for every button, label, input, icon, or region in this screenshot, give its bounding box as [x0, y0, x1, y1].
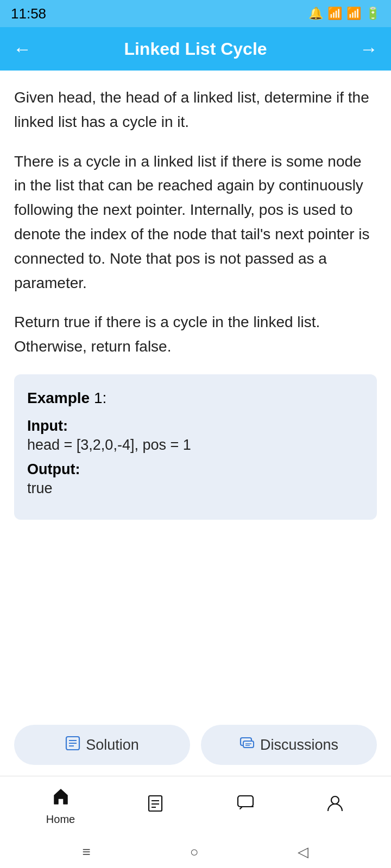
input-label: Input:: [27, 418, 364, 435]
paragraph-2: There is a cycle in a linked list if the…: [14, 150, 377, 296]
input-value: head = [3,2,0,-4], pos = 1: [27, 437, 364, 454]
profile-icon: [325, 794, 345, 818]
problem-description: Given head, the head of a linked list, d…: [14, 86, 377, 359]
svg-rect-5: [243, 741, 254, 748]
nav-item-notes[interactable]: [146, 794, 165, 818]
discussions-icon: [239, 736, 255, 755]
discussions-label: Discussions: [260, 737, 338, 754]
battery-icon: 🔋: [365, 7, 380, 21]
notification-icon: 🔔: [308, 7, 323, 21]
status-icons: 🔔 📶 📶 🔋: [308, 7, 380, 21]
example-bold: Example: [27, 390, 90, 406]
nav-item-home[interactable]: Home: [46, 787, 75, 826]
signal-icon: 📶: [346, 7, 361, 21]
discussions-button[interactable]: Discussions: [201, 725, 377, 765]
example-box: Example 1: Input: head = [3,2,0,-4], pos…: [14, 374, 377, 520]
wifi-icon: 📶: [327, 7, 342, 21]
home-label: Home: [46, 813, 75, 826]
chat-icon: [236, 794, 255, 818]
main-content: Given head, the head of a linked list, d…: [0, 71, 391, 725]
svg-point-13: [331, 796, 339, 804]
solution-button[interactable]: Solution: [14, 725, 190, 765]
menu-button[interactable]: ≡: [83, 844, 91, 860]
output-label: Output:: [27, 461, 364, 478]
nav-item-discussions[interactable]: [236, 794, 255, 818]
example-title: Example 1:: [27, 390, 364, 407]
example-number: 1:: [90, 390, 106, 406]
back-button-sys[interactable]: ◁: [298, 844, 308, 860]
nav-bar: ← Linked List Cycle →: [0, 27, 391, 71]
notes-icon: [146, 794, 165, 818]
nav-item-profile[interactable]: [325, 794, 345, 818]
back-button[interactable]: ←: [13, 39, 31, 60]
solution-icon: [65, 736, 80, 755]
bottom-nav: Home: [0, 776, 391, 835]
export-button[interactable]: →: [360, 39, 378, 60]
svg-rect-12: [238, 796, 253, 807]
status-time: 11:58: [11, 5, 46, 22]
action-buttons: Solution Discussions: [0, 725, 391, 776]
status-bar: 11:58 🔔 📶 📶 🔋: [0, 0, 391, 27]
system-nav: ≡ ○ ◁: [0, 835, 391, 868]
solution-label: Solution: [86, 737, 139, 754]
output-value: true: [27, 480, 364, 497]
paragraph-1: Given head, the head of a linked list, d…: [14, 86, 377, 135]
page-title: Linked List Cycle: [31, 39, 360, 59]
home-icon: [51, 787, 71, 811]
home-button[interactable]: ○: [190, 844, 199, 860]
paragraph-3: Return true if there is a cycle in the l…: [14, 310, 377, 359]
